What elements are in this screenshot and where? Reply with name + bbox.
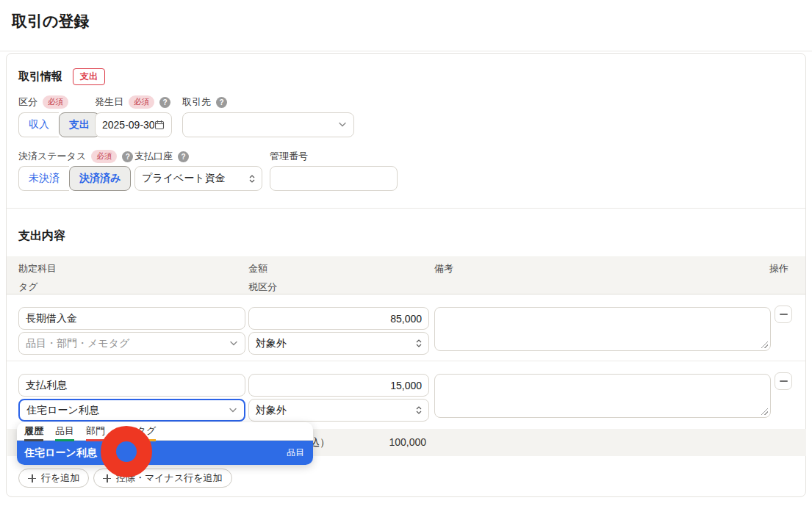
tab-department[interactable]: 部門	[86, 424, 105, 441]
account-label: 支払口座	[134, 150, 173, 163]
kubun-label-group: 区分 必須	[18, 95, 68, 109]
column-header-tax: 税区分	[248, 281, 277, 294]
status-required-badge: 必須	[91, 150, 117, 163]
row2-note-textarea[interactable]	[435, 375, 770, 417]
status-help-icon[interactable]: ?	[122, 151, 133, 162]
column-header-tag: タグ	[18, 281, 38, 294]
page-header: 取引の登録	[0, 0, 812, 51]
account-help-icon[interactable]: ?	[178, 151, 189, 162]
date-help-icon[interactable]: ?	[159, 97, 170, 108]
dropdown-option-label: 住宅ローン利息	[24, 447, 97, 460]
management-number-field[interactable]	[270, 166, 398, 191]
row1-tag-select[interactable]: 品目・部門・メモタグ	[18, 332, 245, 355]
row1-account-input[interactable]	[26, 313, 238, 325]
row2-amount-field[interactable]	[248, 374, 429, 397]
row2-account-input[interactable]	[26, 380, 238, 391]
tag-suggestion-dropdown: 履歴 品目 部門 メモタグ 住宅ローン利息 品目	[17, 422, 313, 465]
status-label-group: 決済ステータス 必須 ?	[18, 150, 133, 163]
transaction-info-heading-text: 取引情報	[18, 70, 62, 82]
date-label-group: 発生日 必須 ?	[95, 95, 170, 109]
dropdown-option-category: 品目	[287, 447, 304, 459]
row2-tag-value: 住宅ローン利息	[26, 404, 229, 417]
column-header-account: 勘定科目	[18, 262, 57, 275]
expense-toggle-button[interactable]: 支出	[59, 112, 100, 137]
partner-label-group: 取引先 ?	[182, 95, 227, 109]
expense-section-heading: 支出内容	[18, 228, 65, 244]
kubun-toggle-group: 収入 支出	[18, 112, 100, 137]
row2-account-field[interactable]	[18, 374, 245, 397]
page-title: 取引の登録	[12, 11, 90, 32]
row1-amount-input[interactable]	[256, 313, 422, 325]
row2-tag-select[interactable]: 住宅ローン利息	[18, 399, 245, 422]
column-header-actions: 操作	[769, 262, 788, 275]
expense-type-badge: 支出	[73, 68, 105, 85]
management-number-label-group: 管理番号	[270, 150, 308, 163]
plus-icon	[28, 474, 36, 482]
payment-account-select[interactable]: プライベート資金	[134, 166, 262, 191]
section-divider	[7, 208, 805, 209]
transaction-register-screen: 取引の登録 取引情報支出 区分 必須 発生日 必須 ? 取引先 ? 収入 支出	[0, 0, 812, 506]
row1-amount-field[interactable]	[248, 307, 429, 330]
date-label: 発生日	[95, 95, 123, 109]
partner-help-icon[interactable]: ?	[216, 97, 227, 108]
minus-icon	[780, 314, 788, 315]
kubun-required-badge: 必須	[43, 95, 68, 109]
plus-icon	[103, 474, 111, 482]
transaction-info-heading: 取引情報支出	[18, 68, 105, 85]
row1-remove-button[interactable]	[775, 306, 792, 323]
expense-table-header: 勘定科目 金額 備考 操作 タグ 税区分	[7, 256, 805, 294]
resize-handle-icon[interactable]	[761, 341, 768, 348]
add-deduction-button-label: 控除・マイナス行を追加	[116, 471, 223, 485]
issue-date-input[interactable]	[102, 119, 154, 131]
account-label-group: 支払口座 ?	[134, 150, 189, 163]
chevron-down-icon	[338, 122, 347, 128]
kubun-label: 区分	[18, 95, 37, 109]
settled-toggle-button[interactable]: 決済済み	[69, 166, 131, 191]
stepper-arrows-icon	[416, 406, 422, 414]
column-header-note: 備考	[434, 262, 453, 275]
row1-account-field[interactable]	[18, 307, 245, 330]
row2-tax-value: 対象外	[256, 404, 412, 417]
issue-date-field[interactable]	[95, 112, 172, 137]
column-header-amount: 金額	[248, 262, 267, 275]
dropdown-option-highlighted[interactable]: 住宅ローン利息 品目	[17, 441, 313, 465]
status-toggle-group: 未決済 決済済み	[18, 166, 131, 191]
payment-account-select-value: プライベート資金	[142, 172, 245, 185]
stepper-arrows-icon	[416, 339, 422, 347]
row1-tax-select[interactable]: 対象外	[248, 332, 429, 355]
row2-note-field[interactable]	[434, 374, 771, 418]
add-row-button-label: 行を追加	[41, 471, 79, 485]
chevron-down-icon	[229, 408, 237, 413]
management-number-label: 管理番号	[270, 150, 308, 163]
partner-select[interactable]	[182, 112, 354, 137]
add-row-button[interactable]: 行を追加	[18, 469, 89, 488]
row-divider	[7, 361, 805, 361]
income-toggle-button[interactable]: 収入	[18, 112, 59, 137]
calendar-icon[interactable]	[154, 120, 165, 130]
minus-icon	[780, 380, 788, 382]
row2-tax-select[interactable]: 対象外	[248, 399, 429, 422]
row2-remove-button[interactable]	[775, 372, 792, 390]
date-required-badge: 必須	[129, 95, 154, 109]
row1-note-field[interactable]	[434, 307, 771, 351]
row2-amount-input[interactable]	[256, 380, 422, 391]
tag-dropdown-tabs: 履歴 品目 部門 メモタグ	[17, 422, 313, 441]
resize-handle-icon[interactable]	[761, 408, 768, 415]
tab-memo-tag[interactable]: メモタグ	[117, 424, 156, 441]
row1-tag-placeholder: 品目・部門・メモタグ	[26, 337, 229, 350]
status-label: 決済ステータス	[18, 150, 86, 163]
partner-label: 取引先	[182, 95, 211, 109]
row1-tax-value: 対象外	[256, 337, 412, 350]
add-deduction-row-button[interactable]: 控除・マイナス行を追加	[93, 469, 232, 488]
chevron-down-icon	[229, 341, 238, 347]
management-number-input[interactable]	[277, 173, 390, 184]
stepper-arrows-icon	[249, 175, 255, 183]
tab-history[interactable]: 履歴	[24, 424, 43, 441]
tab-item[interactable]: 品目	[55, 424, 74, 441]
unsettled-toggle-button[interactable]: 未決済	[18, 166, 69, 191]
row1-note-textarea[interactable]	[435, 308, 770, 350]
